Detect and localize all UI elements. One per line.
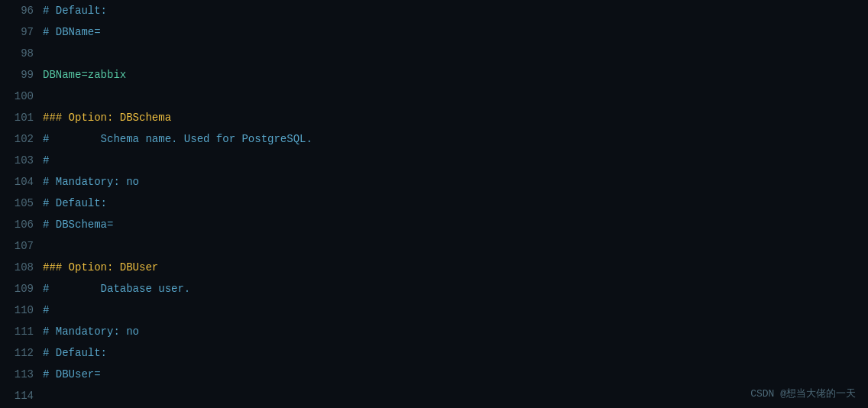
table-row: 98 [0,43,868,64]
line-number: 109 [6,283,34,295]
line-number: 112 [6,347,34,359]
comment-line: # Mandatory: no [43,325,862,338]
line-number: 98 [6,47,34,60]
table-row: 96# Default: [0,0,868,21]
line-number: 106 [6,219,34,231]
line-number: 104 [6,176,34,188]
comment-line: # Database user. [43,283,862,295]
comment-line: # Default: [43,197,862,209]
line-number: 102 [6,133,34,145]
table-row: 114 [0,385,868,406]
table-row: 104# Mandatory: no [0,171,868,193]
table-row: 101### Option: DBSchema [0,107,868,128]
comment-line: # Default: [43,347,862,359]
table-row: 97# DBName= [0,21,868,43]
option-header: ### Option: DBUser [43,261,862,274]
table-row: 113# DBUser= [0,364,868,385]
comment-line: # DBSchema= [43,219,862,231]
comment-line: # [43,304,862,316]
line-number: 108 [6,261,34,274]
comment-line: # Mandatory: no [43,176,862,188]
table-row: 111# Mandatory: no [0,321,868,342]
comment-line: # DBName= [43,26,862,38]
comment-line: # [43,154,862,167]
table-row: 110# [0,300,868,321]
line-number: 107 [6,240,34,252]
table-row: 102# Schema name. Used for PostgreSQL. [0,128,868,150]
line-number: 113 [6,368,34,380]
comment-line: # DBUser= [43,368,862,380]
highlighted-value: DBName=zabbix [43,69,126,81]
table-row: 107 [0,235,868,257]
table-row: 108### Option: DBUser [0,257,868,278]
line-number: 110 [6,304,34,316]
line-number: 100 [6,90,34,102]
table-row: 99DBName=zabbix [0,64,868,86]
code-editor: 96# Default:97# DBName=9899DBName=zabbix… [0,0,868,408]
line-number: 103 [6,154,34,167]
line-number: 111 [6,325,34,338]
line-number: 97 [6,26,34,38]
table-row: 105# Default: [0,193,868,214]
table-row: 112# Default: [0,342,868,364]
table-row: 103# [0,150,868,171]
table-row: 109# Database user. [0,278,868,300]
comment-line: # Schema name. Used for PostgreSQL. [43,133,862,145]
line-number: 114 [6,390,34,402]
line-number: 99 [6,69,34,81]
table-row: 106# DBSchema= [0,214,868,235]
line-number: 96 [6,5,34,17]
line-number: 105 [6,197,34,209]
comment-line: # Default: [43,5,862,17]
table-row: 100 [0,86,868,107]
line-number: 101 [6,112,34,124]
option-header: ### Option: DBSchema [43,112,862,124]
watermark: CSDN @想当大佬的一天 [750,387,856,400]
